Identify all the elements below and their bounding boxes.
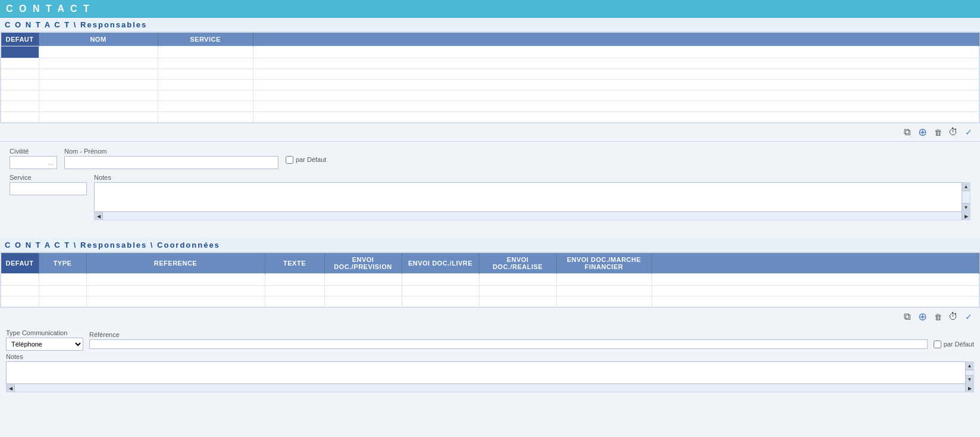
coord-scroll-right[interactable]: ▶ xyxy=(965,384,973,392)
coord-col-envoi-marche: ENVOI DOC./MARCHE FINANCIER xyxy=(556,253,652,274)
table-row[interactable] xyxy=(1,112,979,123)
responsables-toolbar: ⧉ ⊕ 🗑 ⏱ ✓ xyxy=(0,123,980,141)
coord-col-envoi-prev: ENVOI DOC./PREVISION xyxy=(324,253,402,274)
nom-prenom-field: Nom - Prénom xyxy=(64,148,278,169)
col-empty xyxy=(253,33,979,46)
notes-scroll-down[interactable]: ▼ xyxy=(966,375,973,383)
coord-col-reference: REFERENCE xyxy=(86,253,265,274)
col-nom: NOM xyxy=(39,33,158,46)
copy-button[interactable]: ⧉ xyxy=(900,126,913,139)
coordonnees-table: DEFAUT TYPE REFERENCE TEXTE ENVOI DOC./P… xyxy=(1,253,979,307)
coordonnees-form: Type Communication Téléphone Email Fax M… xyxy=(0,326,980,396)
table-row[interactable] xyxy=(1,58,979,69)
add-button[interactable]: ⊕ xyxy=(916,126,929,139)
service-field: Service xyxy=(10,174,87,195)
responsables-section-title: C O N T A C T \ Responsables xyxy=(0,18,980,32)
type-comm-select[interactable]: Téléphone Email Fax Mobile xyxy=(6,338,83,351)
coord-copy-button[interactable]: ⧉ xyxy=(900,310,913,323)
confirm-button[interactable]: ✓ xyxy=(962,126,975,139)
coord-col-envoi-livre: ENVOI DOC./LIVRE xyxy=(402,253,479,274)
table-row[interactable] xyxy=(1,69,979,80)
notes-label: Notes xyxy=(94,174,970,181)
notes-scroll-up[interactable]: ▲ xyxy=(966,362,973,370)
coord-col-texte: TEXTE xyxy=(265,253,324,274)
scroll-left-btn[interactable]: ◀ xyxy=(95,212,103,220)
coord-notes-field: Notes ▲ ▼ ◀ ▶ xyxy=(6,353,974,392)
table-row[interactable] xyxy=(1,286,979,296)
par-defaut-checkbox[interactable] xyxy=(286,156,293,164)
type-comm-label: Type Communication xyxy=(6,329,83,336)
coord-clock-button[interactable]: ⏱ xyxy=(947,310,960,323)
coord-col-spacer xyxy=(652,253,979,274)
table-row[interactable] xyxy=(1,90,979,101)
coord-col-type: TYPE xyxy=(39,253,86,274)
table-row[interactable] xyxy=(1,101,979,112)
app-header: C O N T A C T xyxy=(0,0,980,18)
coordonnees-toolbar: ⧉ ⊕ 🗑 ⏱ ✓ xyxy=(0,308,980,326)
app-title: C O N T A C T xyxy=(6,4,91,14)
coordonnees-table-section: DEFAUT TYPE REFERENCE TEXTE ENVOI DOC./P… xyxy=(0,252,980,308)
coord-add-button[interactable]: ⊕ xyxy=(916,310,929,323)
clock-button[interactable]: ⏱ xyxy=(947,126,960,139)
table-row[interactable] xyxy=(1,296,979,307)
coord-scroll-left[interactable]: ◀ xyxy=(7,384,15,392)
scroll-down-btn[interactable]: ▼ xyxy=(962,203,970,211)
par-defaut-label: par Défaut xyxy=(286,156,326,164)
col-service: SERVICE xyxy=(158,33,253,46)
responsable-form: Civilité Nom - Prénom par Défaut Service xyxy=(0,141,980,231)
notes-textarea[interactable] xyxy=(94,182,962,212)
civilite-label: Civilité xyxy=(10,148,57,155)
notes-field: Notes ▲ ▼ ◀ ▶ xyxy=(94,174,970,220)
col-defaut: DEFAUT xyxy=(1,33,39,46)
coord-col-defaut: DEFAUT xyxy=(1,253,39,274)
scroll-right-btn[interactable]: ▶ xyxy=(962,212,970,220)
coord-confirm-button[interactable]: ✓ xyxy=(962,310,975,323)
coord-delete-button[interactable]: 🗑 xyxy=(931,310,944,323)
coord-notes-label: Notes xyxy=(6,353,974,360)
reference-input[interactable] xyxy=(89,339,928,349)
nom-prenom-label: Nom - Prénom xyxy=(64,148,278,155)
coord-col-envoi-realise: ENVOI DOC./REALISE xyxy=(479,253,556,274)
table-row[interactable] xyxy=(1,274,979,286)
responsables-table: DEFAUT NOM SERVICE xyxy=(1,33,979,123)
civilite-input[interactable] xyxy=(10,156,57,169)
table-row[interactable] xyxy=(1,46,979,58)
nom-prenom-input[interactable] xyxy=(64,156,278,169)
service-label: Service xyxy=(10,174,87,181)
civilite-field: Civilité xyxy=(10,148,57,169)
service-input[interactable] xyxy=(10,182,87,195)
coordonnees-section-title: C O N T A C T \ Responsables \ Coordonné… xyxy=(0,238,980,252)
delete-button[interactable]: 🗑 xyxy=(931,126,944,139)
type-comm-field: Type Communication Téléphone Email Fax M… xyxy=(6,329,83,351)
responsables-table-section: DEFAUT NOM SERVICE xyxy=(0,32,980,123)
reference-field: Référence xyxy=(89,331,928,349)
table-row[interactable] xyxy=(1,80,979,90)
coord-notes-textarea[interactable] xyxy=(6,361,966,384)
coord-par-defaut-label: par Défaut xyxy=(934,341,974,348)
coord-par-defaut-checkbox[interactable] xyxy=(934,341,941,348)
reference-label: Référence xyxy=(89,331,928,338)
scroll-up-btn[interactable]: ▲ xyxy=(962,183,970,191)
